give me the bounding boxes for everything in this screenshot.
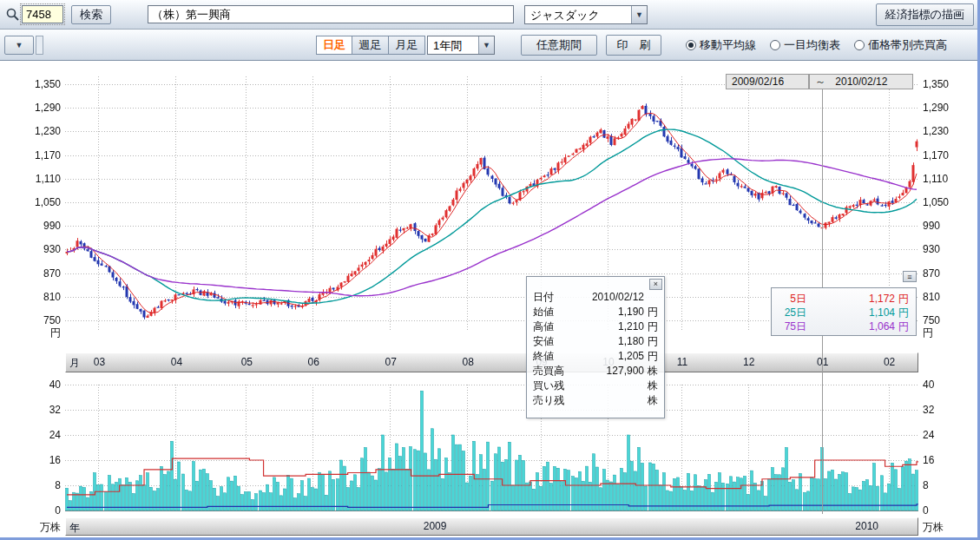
tooltip-row-close: 終値1,205円 [527,349,664,364]
legend-unit: 円 [895,319,909,333]
quote-tooltip: × 日付2010/02/12 始値1,190円 高値1,210円 安値1,180… [526,276,665,418]
chevron-down-icon[interactable]: ▼ [631,6,647,23]
market-select[interactable]: ジャスダック ▼ [524,5,648,24]
search-icon [5,7,21,23]
legend-row-ma75: 75日 1,064 円 [772,319,916,333]
legend-value: 1,104 [869,306,895,319]
stock-chart-app-window: 検索 ジャスダック ▼ 経済指標の描画 ▼ 日足 週足 月足 1年間 ▼ 任意期… [0,0,980,540]
radio-icon [770,40,780,50]
legend-unit: 円 [895,292,909,306]
radio-ichimoku[interactable]: 一目均衡表 [770,37,840,53]
toolbar-divider [36,36,43,55]
tooltip-row-margin-sell: 売り残株 [527,393,664,408]
tab-weekly[interactable]: 週足 [352,36,389,55]
legend-value: 1,172 [869,292,895,306]
top-toolbar: 検索 ジャスダック ▼ 経済指標の描画 [0,0,977,30]
legend-label: 5日 [779,292,806,306]
legend-minimize-button[interactable]: ≡ [903,271,917,282]
radio-icon [854,40,865,50]
tooltip-row-date: 日付2010/02/12 [527,290,664,305]
market-select-value: ジャスダック [525,6,631,23]
indicator-radio-group: 移動平均線 一目均衡表 価格帯別売買高 [686,37,947,53]
tooltip-row-margin-buy: 買い残株 [527,379,664,393]
chevron-down-icon[interactable]: ▼ [478,36,494,54]
chart-menu-dropdown-button[interactable]: ▼ [4,36,34,55]
tooltip-row-volume: 売買高127,900株 [527,364,664,379]
stock-name-input[interactable] [148,5,514,23]
radio-moving-average[interactable]: 移動平均線 [686,37,756,53]
legend-label: 75日 [779,319,806,333]
search-button[interactable]: 検索 [71,5,111,24]
chart-toolbar: ▼ 日足 週足 月足 1年間 ▼ 任意期間 印 刷 移動平均線 一目均衡表 価格… [0,30,977,61]
period-select[interactable]: 1年間 ▼ [427,36,495,55]
legend-label: 25日 [779,306,806,319]
radio-label: 移動平均線 [700,37,756,53]
radio-label: 一目均衡表 [784,37,840,53]
radio-label: 価格帯別売買高 [868,37,947,53]
tooltip-row-open: 始値1,190円 [527,305,664,319]
stock-code-input[interactable] [22,5,63,23]
tooltip-row-low: 安値1,180円 [527,334,664,349]
period-select-value: 1年間 [428,36,478,54]
economic-indicator-button[interactable]: 経済指標の描画 [876,3,974,26]
print-button[interactable]: 印 刷 [606,35,661,56]
radio-volume-by-price[interactable]: 価格帯別売買高 [854,37,947,53]
legend-row-ma5: 5日 1,172 円 [772,292,916,306]
custom-period-button[interactable]: 任意期間 [521,35,597,56]
tab-daily[interactable]: 日足 [316,36,352,55]
tab-monthly[interactable]: 月足 [389,36,425,55]
legend-row-ma25: 25日 1,104 円 [772,306,916,319]
price-volume-chart-canvas[interactable] [0,0,980,540]
legend-value: 1,064 [869,319,895,333]
tooltip-row-high: 高値1,210円 [527,319,664,334]
legend-unit: 円 [895,306,909,319]
tooltip-close-button[interactable]: × [649,279,662,290]
moving-average-legend: 5日 1,172 円 25日 1,104 円 75日 1,064 円 [771,287,917,336]
radio-icon [686,40,696,50]
timeframe-tabs: 日足 週足 月足 [316,36,425,55]
